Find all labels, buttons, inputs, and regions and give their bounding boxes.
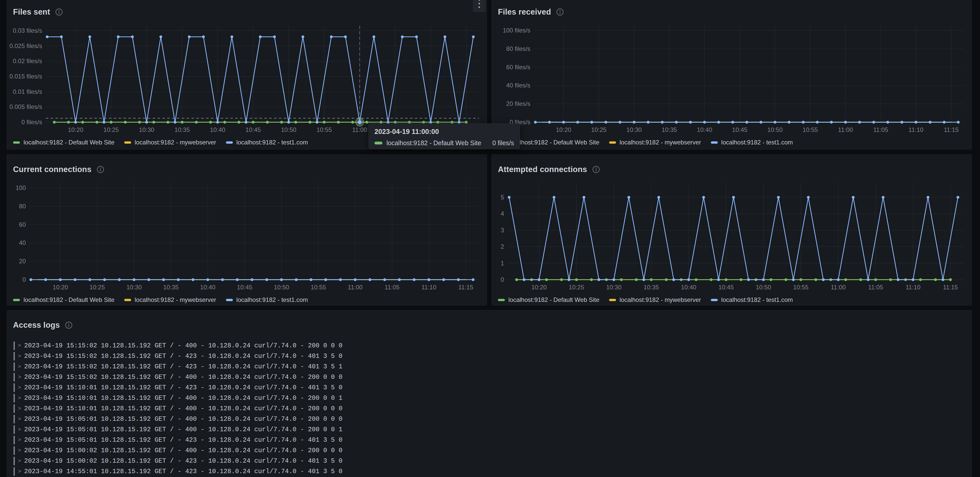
log-line-text: 2023-04-19 15:00:02 10.128.15.192 GET / … — [24, 447, 342, 454]
current-connections-legend: localhost:9182 - Default Web Sitelocalho… — [7, 294, 487, 306]
log-row[interactable]: >2023-04-19 15:15:02 10.128.15.192 GET /… — [14, 372, 972, 382]
log-row[interactable]: >2023-04-19 15:00:02 10.128.15.192 GET /… — [14, 445, 972, 456]
log-expand-chevron-icon[interactable]: > — [18, 458, 21, 464]
log-row[interactable]: >2023-04-19 14:55:01 10.128.15.192 GET /… — [14, 466, 972, 477]
svg-text:11:05: 11:05 — [385, 284, 399, 291]
log-expand-chevron-icon[interactable]: > — [18, 448, 21, 453]
log-level-bar — [14, 394, 15, 402]
log-expand-chevron-icon[interactable]: > — [18, 427, 21, 432]
log-expand-chevron-icon[interactable]: > — [18, 353, 21, 359]
log-row[interactable]: >2023-04-19 15:15:02 10.128.15.192 GET /… — [14, 361, 972, 372]
log-expand-chevron-icon[interactable]: > — [18, 395, 21, 401]
log-line-text: 2023-04-19 15:05:01 10.128.15.192 GET / … — [24, 426, 342, 433]
log-line-text: 2023-04-19 15:10:01 10.128.15.192 GET / … — [24, 405, 342, 412]
log-row[interactable]: >2023-04-19 15:05:01 10.128.15.192 GET /… — [14, 425, 972, 435]
svg-text:10:25: 10:25 — [591, 126, 606, 133]
log-expand-chevron-icon[interactable]: > — [18, 437, 21, 443]
panel-title: Files received — [498, 7, 551, 17]
info-icon[interactable] — [55, 8, 63, 16]
legend-swatch — [124, 299, 131, 301]
legend-label: localhost:9182 - test1.com — [236, 139, 308, 146]
legend-item[interactable]: localhost:9182 - Default Web Site — [498, 296, 600, 304]
log-expand-chevron-icon[interactable]: > — [18, 385, 21, 391]
svg-text:10:25: 10:25 — [569, 284, 584, 291]
svg-text:20 files/s: 20 files/s — [506, 100, 530, 107]
legend-item[interactable]: localhost:9182 - test1.com — [226, 296, 308, 304]
svg-text:40: 40 — [19, 239, 26, 246]
svg-text:11:10: 11:10 — [905, 284, 920, 291]
log-row[interactable]: >2023-04-19 15:05:01 10.128.15.192 GET /… — [14, 435, 972, 445]
log-line-text: 2023-04-19 15:05:01 10.128.15.192 GET / … — [24, 415, 342, 423]
panel-title: Files sent — [13, 7, 50, 17]
svg-text:10:35: 10:35 — [174, 126, 190, 133]
svg-text:0.02 files/s: 0.02 files/s — [13, 57, 42, 64]
svg-text:0.01 files/s: 0.01 files/s — [13, 88, 42, 95]
svg-text:20: 20 — [19, 258, 26, 265]
kebab-menu-icon — [479, 0, 480, 1]
svg-text:10:50: 10:50 — [767, 126, 783, 133]
svg-text:10:25: 10:25 — [103, 126, 119, 133]
panel-access-logs: Access logs >2023-04-19 15:15:02 10.128.… — [6, 310, 972, 477]
svg-text:10:50: 10:50 — [281, 126, 296, 133]
log-row[interactable]: >2023-04-19 15:10:01 10.128.15.192 GET /… — [14, 393, 972, 403]
svg-text:10:20: 10:20 — [52, 284, 68, 291]
svg-text:10:45: 10:45 — [732, 126, 748, 133]
legend-item[interactable]: localhost:9182 - test1.com — [711, 139, 793, 146]
svg-text:11:00: 11:00 — [352, 126, 367, 133]
log-row[interactable]: >2023-04-19 15:15:02 10.128.15.192 GET /… — [14, 351, 972, 361]
legend-swatch — [498, 299, 505, 301]
log-line-text: 2023-04-19 14:55:01 10.128.15.192 GET / … — [24, 468, 342, 475]
svg-text:1: 1 — [501, 260, 504, 267]
legend-item[interactable]: localhost:9182 - Default Web Site — [13, 296, 115, 304]
info-icon[interactable] — [592, 165, 600, 173]
svg-text:10:40: 10:40 — [210, 126, 225, 133]
svg-text:5: 5 — [501, 194, 504, 201]
tooltip-series-swatch — [374, 142, 382, 145]
log-expand-chevron-icon[interactable]: > — [18, 416, 21, 422]
files-received-chart[interactable]: 100 files/s80 files/s60 files/s40 files/… — [492, 20, 972, 137]
panel-header: Files sent — [7, 0, 487, 20]
panel-menu-button[interactable] — [473, 0, 486, 12]
svg-text:10:50: 10:50 — [756, 284, 771, 291]
log-row[interactable]: >2023-04-19 15:15:02 10.128.15.192 GET /… — [14, 340, 972, 351]
panel-files-received: Files received 100 files/s80 files/s60 f… — [492, 0, 972, 149]
current-connections-chart[interactable]: 10080604020010:2010:2510:3010:3510:4010:… — [7, 178, 487, 294]
info-icon[interactable] — [556, 8, 564, 16]
svg-text:40 files/s: 40 files/s — [506, 82, 530, 89]
legend-item[interactable]: localhost:9182 - mywebserver — [124, 139, 216, 146]
info-icon[interactable] — [97, 165, 104, 173]
svg-text:11:10: 11:10 — [908, 126, 923, 133]
log-line-text: 2023-04-19 15:15:02 10.128.15.192 GET / … — [24, 353, 342, 360]
log-expand-chevron-icon[interactable]: > — [18, 406, 21, 412]
svg-text:3: 3 — [501, 227, 504, 234]
svg-text:11:05: 11:05 — [873, 126, 888, 133]
legend-item[interactable]: localhost:9182 - mywebserver — [609, 296, 701, 304]
log-expand-chevron-icon[interactable]: > — [18, 343, 21, 349]
legend-swatch — [711, 299, 718, 301]
log-row[interactable]: >2023-04-19 15:00:02 10.128.15.192 GET /… — [14, 456, 972, 466]
log-line-text: 2023-04-19 15:15:02 10.128.15.192 GET / … — [24, 374, 342, 381]
legend-item[interactable]: localhost:9182 - Default Web Site — [13, 139, 115, 146]
svg-text:10:45: 10:45 — [718, 284, 733, 291]
svg-text:10:40: 10:40 — [200, 284, 215, 291]
legend-item[interactable]: localhost:9182 - mywebserver — [124, 296, 216, 304]
log-row[interactable]: >2023-04-19 15:10:01 10.128.15.192 GET /… — [14, 382, 972, 393]
svg-text:10:35: 10:35 — [644, 284, 659, 291]
legend-item[interactable]: localhost:9182 - test1.com — [711, 296, 793, 304]
attempted-connections-legend: localhost:9182 - Default Web Sitelocalho… — [492, 294, 972, 306]
panel-header: Current connections — [7, 155, 487, 178]
legend-label: localhost:9182 - test1.com — [236, 296, 308, 304]
log-row[interactable]: >2023-04-19 15:10:01 10.128.15.192 GET /… — [14, 403, 972, 414]
legend-item[interactable]: localhost:9182 - test1.com — [226, 139, 308, 146]
attempted-connections-chart[interactable]: 54321010:2010:2510:3010:3510:4010:4510:5… — [492, 178, 972, 294]
tooltip-timestamp: 2023-04-19 11:00:00 — [374, 128, 515, 136]
legend-item[interactable]: localhost:9182 - mywebserver — [609, 139, 701, 146]
files-sent-chart[interactable]: 0.03 files/s0.025 files/s0.02 files/s0.0… — [7, 20, 487, 137]
log-expand-chevron-icon[interactable]: > — [18, 469, 21, 474]
log-expand-chevron-icon[interactable]: > — [18, 374, 21, 380]
log-row[interactable]: >2023-04-19 15:05:01 10.128.15.192 GET /… — [14, 414, 972, 425]
files-received-legend: localhost:9182 - Default Web Sitelocalho… — [492, 137, 972, 148]
info-icon[interactable] — [65, 321, 73, 329]
svg-text:11:00: 11:00 — [831, 284, 846, 291]
log-expand-chevron-icon[interactable]: > — [18, 364, 21, 370]
